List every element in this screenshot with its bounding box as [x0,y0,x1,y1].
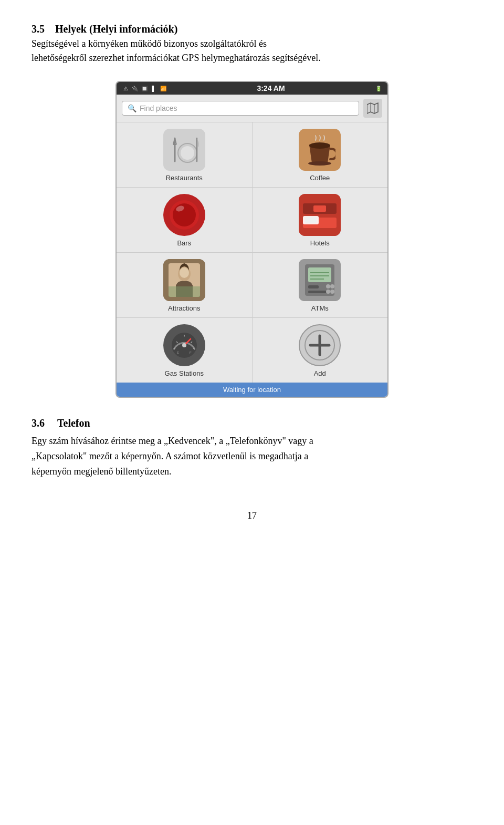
restaurants-label: Restaurants [166,174,203,182]
svg-point-8 [181,146,194,160]
search-bar: 🔍 Find places [117,95,387,122]
place-item-attractions[interactable]: Attractions [117,253,252,317]
svg-point-13 [173,203,196,226]
status-right-icons: 🔋 [375,85,382,92]
atms-label: ATMs [311,304,329,312]
warning-icon: ⚠ [122,85,129,92]
hotels-label: Hotels [310,239,330,247]
svg-rect-20 [313,205,326,212]
svg-point-11 [308,161,331,166]
svg-rect-15 [299,194,341,236]
place-item-gas-stations[interactable]: E F Gas Stations [117,318,252,383]
add-label: Add [314,369,326,377]
map-icon-button[interactable] [363,99,382,118]
svg-rect-32 [308,285,319,288]
attractions-label: Attractions [168,304,200,312]
waiting-for-location-bar: Waiting for location [117,383,387,397]
section-36-body-line2: „Kapcsolatok" mezőt a képernyőn. A számo… [32,449,472,464]
search-placeholder: Find places [140,104,177,112]
place-item-add[interactable]: Add [253,318,388,383]
svg-point-35 [330,284,334,288]
usb-icon: 🔌 [131,85,139,92]
svg-point-41 [182,343,186,347]
gas-stations-label: Gas Stations [165,369,204,377]
section-36-heading: 3.6 Telefon [32,415,472,431]
hotels-icon [299,194,341,236]
place-item-coffee[interactable]: Coffee [253,122,388,187]
battery-icon: 🔋 [375,85,382,92]
svg-point-34 [326,284,330,288]
page-number: 17 [32,510,472,521]
restaurants-icon [163,129,205,171]
svg-rect-25 [169,286,200,297]
section-36-body-line3: képernyőn megjelenő billentyűzeten. [32,464,472,479]
gas-stations-icon: E F [163,324,205,366]
section-desc-line1: Segítségével a környéken működő bizonyos… [32,37,472,51]
place-item-bars[interactable]: Bars [117,188,252,252]
search-icon: 🔍 [128,104,136,112]
store-icon: 🔲 [141,85,148,92]
wifi-icon: 📶 [160,85,167,92]
status-left-icons: ⚠ 🔌 🔲 ▌ 📶 [122,85,167,92]
waiting-text: Waiting for location [223,386,281,394]
svg-point-37 [330,290,334,294]
atms-icon [299,259,341,301]
svg-point-24 [180,267,189,278]
bars-icon [163,194,205,236]
place-item-restaurants[interactable]: Restaurants [117,122,252,187]
section-header: 3.5 Helyek (Helyi információk) Segítségé… [32,21,472,65]
status-time: 3:24 AM [257,84,285,92]
section-36-body-line1: Egy szám hívásához érintse meg a „Kedven… [32,434,472,449]
place-item-atms[interactable]: ATMs [253,253,388,317]
svg-point-10 [309,142,330,149]
svg-rect-18 [305,217,317,223]
map-icon [367,102,379,114]
coffee-icon [299,129,341,171]
svg-marker-0 [367,103,378,114]
svg-text:F: F [190,351,192,354]
bars-label: Bars [177,239,191,247]
places-grid: Restaurants Co [117,122,387,383]
section-36: 3.6 Telefon Egy szám hívásához érintse m… [32,415,472,479]
phone-mockup: ⚠ 🔌 🔲 ▌ 📶 3:24 AM 🔋 🔍 Find places [116,81,388,398]
section-title: 3.5 Helyek (Helyi információk) [32,21,472,37]
coffee-label: Coffee [310,174,330,182]
status-bar: ⚠ 🔌 🔲 ▌ 📶 3:24 AM 🔋 [117,82,387,95]
add-icon [299,324,341,366]
signal-icon: ▌ [150,85,158,92]
svg-point-36 [326,290,330,294]
svg-text:E: E [177,351,179,354]
place-item-hotels[interactable]: Hotels [253,188,388,252]
section-desc-line2: lehetőségekről szerezhet információkat G… [32,51,472,65]
search-input-container[interactable]: 🔍 Find places [122,101,359,116]
attractions-icon [163,259,205,301]
svg-rect-28 [308,267,331,282]
